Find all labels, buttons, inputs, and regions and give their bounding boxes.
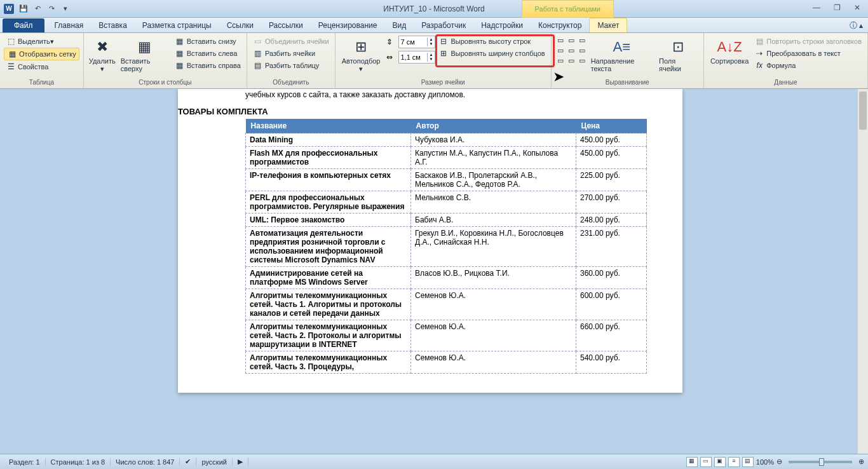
- cell-name[interactable]: Алгоритмы телекоммуникационных сетей. Ча…: [246, 320, 411, 351]
- zoom-level[interactable]: 100%: [756, 458, 774, 466]
- cell-price[interactable]: 360.00 руб.: [576, 267, 647, 289]
- zoom-slider[interactable]: [789, 461, 852, 463]
- cell-price[interactable]: 231.00 руб.: [576, 227, 647, 267]
- cell-author[interactable]: Грекул В.И., Коровкина Н.Л., Богословцев…: [411, 227, 576, 267]
- cell-price[interactable]: 450.00 руб.: [576, 133, 647, 147]
- zoom-in-button[interactable]: ⊕: [858, 458, 864, 466]
- col-width-input[interactable]: ▲▼: [398, 51, 436, 64]
- restore-icon[interactable]: ❐: [831, 3, 843, 15]
- align-mc[interactable]: ▭: [566, 46, 576, 55]
- cell-price[interactable]: 660.00 руб.: [576, 320, 647, 351]
- view-web[interactable]: ▣: [714, 457, 726, 467]
- table-row[interactable]: Алгоритмы телекоммуникационных сетей. Ча…: [246, 351, 647, 374]
- tab-view[interactable]: Вид: [384, 18, 414, 32]
- align-bl[interactable]: ▭: [555, 56, 566, 65]
- cell-price[interactable]: 450.00 руб.: [576, 147, 647, 169]
- align-bc[interactable]: ▭: [566, 56, 576, 65]
- status-macro-icon[interactable]: ▶: [233, 458, 248, 466]
- cell-price[interactable]: 540.00 руб.: [576, 351, 647, 374]
- cell-author[interactable]: Чубукова И.А.: [411, 133, 576, 147]
- cell-author[interactable]: Семенов Ю.А.: [411, 351, 576, 374]
- header-author[interactable]: Автор: [411, 119, 576, 133]
- tab-references[interactable]: Ссылки: [219, 18, 261, 32]
- properties-button[interactable]: ☰Свойства: [4, 61, 79, 72]
- header-name[interactable]: Название: [246, 119, 411, 133]
- cell-name[interactable]: Администрирование сетей на платформе MS …: [246, 267, 411, 289]
- cell-name[interactable]: Алгоритмы телекоммуникационных сетей. Ча…: [246, 289, 411, 320]
- minimize-icon[interactable]: —: [811, 3, 822, 15]
- view-outline[interactable]: ≡: [728, 457, 740, 467]
- zoom-slider-thumb[interactable]: [819, 458, 824, 466]
- select-button[interactable]: ⬚Выделить ▾: [4, 36, 79, 47]
- insert-above-button[interactable]: ▦Вставить сверху: [118, 36, 172, 74]
- tab-design[interactable]: Конструктор: [531, 18, 589, 32]
- align-ml[interactable]: ▭: [555, 46, 566, 55]
- cell-price[interactable]: 600.00 руб.: [576, 289, 647, 320]
- cell-author[interactable]: Капустин М.А., Капустин П.А., Копылова А…: [411, 147, 576, 169]
- sort-button[interactable]: A↓ZСортировка: [708, 36, 751, 66]
- status-page[interactable]: Страница: 1 из 8: [46, 458, 111, 466]
- document-page[interactable]: учебных курсов с сайта, а также заказать…: [178, 89, 682, 393]
- vertical-scrollbar[interactable]: [858, 89, 868, 454]
- delete-button[interactable]: ✖Удалить▾: [88, 36, 117, 74]
- split-table-button[interactable]: ▤Разбить таблицу: [251, 60, 331, 71]
- show-gridlines-button[interactable]: ▦Отобразить сетку: [4, 48, 79, 60]
- tab-addins[interactable]: Надстройки: [473, 18, 531, 32]
- status-words[interactable]: Число слов: 1 847: [111, 458, 180, 466]
- align-tr[interactable]: ▭: [577, 36, 587, 45]
- qat-customize-icon[interactable]: ▾: [60, 3, 71, 15]
- distribute-rows-button[interactable]: ⊟Выровнять высоту строк: [437, 36, 546, 47]
- cell-price[interactable]: 225.00 руб.: [576, 169, 647, 191]
- align-tl[interactable]: ▭: [555, 36, 566, 45]
- cell-author[interactable]: Мельников С.В.: [411, 191, 576, 214]
- table-row[interactable]: Flash MX для профессиональных программис…: [246, 147, 647, 169]
- status-proofing-icon[interactable]: ✔: [180, 458, 196, 466]
- insert-below-button[interactable]: ▦Вставить снизу: [173, 36, 243, 47]
- tab-mailings[interactable]: Рассылки: [261, 18, 311, 32]
- header-price[interactable]: Цена: [576, 119, 647, 133]
- tab-page-layout[interactable]: Разметка страницы: [135, 18, 219, 32]
- close-icon[interactable]: ✕: [851, 3, 863, 15]
- autofit-button[interactable]: ⊞Автоподбор▾: [339, 36, 383, 74]
- status-section[interactable]: Раздел: 1: [4, 458, 46, 466]
- table-header-row[interactable]: Название Автор Цена: [246, 119, 647, 133]
- align-mr[interactable]: ▭: [577, 46, 587, 55]
- align-br[interactable]: ▭: [577, 56, 587, 65]
- redo-icon[interactable]: ↷: [46, 3, 57, 15]
- cell-author[interactable]: Бабич А.В.: [411, 214, 576, 227]
- zoom-out-button[interactable]: ⊖: [776, 458, 782, 466]
- help-icon[interactable]: ⓘ ▴: [850, 20, 863, 31]
- table-row[interactable]: Администрирование сетей на платформе MS …: [246, 267, 647, 289]
- cell-price[interactable]: 270.00 руб.: [576, 191, 647, 214]
- cell-name[interactable]: Flash MX для профессиональных программис…: [246, 147, 411, 169]
- tab-file[interactable]: Файл: [3, 18, 44, 32]
- cell-margins-button[interactable]: ⊡Поля ячейки: [656, 36, 700, 74]
- status-language[interactable]: русский: [196, 458, 232, 466]
- cell-name[interactable]: UML: Первое знакомство: [246, 214, 411, 227]
- table-row[interactable]: IP-телефония в компьютерных сетяхБаскако…: [246, 169, 647, 191]
- save-icon[interactable]: 💾: [18, 3, 29, 15]
- view-print-layout[interactable]: ▦: [686, 457, 698, 467]
- cell-author[interactable]: Семенов Ю.А.: [411, 289, 576, 320]
- cell-name[interactable]: PERL для профессиональных программистов.…: [246, 191, 411, 214]
- table-row[interactable]: PERL для профессиональных программистов.…: [246, 191, 647, 214]
- cell-price[interactable]: 248.00 руб.: [576, 214, 647, 227]
- paragraph-text[interactable]: учебных курсов с сайта, а также заказать…: [178, 89, 682, 104]
- cell-author[interactable]: Власов Ю.В., Рицкова Т.И.: [411, 267, 576, 289]
- split-cells-button[interactable]: ▥Разбить ячейки: [251, 48, 331, 59]
- cell-name[interactable]: Автоматизация деятельности предприятия р…: [246, 227, 411, 267]
- insert-left-button[interactable]: ▦Вставить слева: [173, 48, 243, 59]
- table-row[interactable]: Data MiningЧубукова И.А.450.00 руб.: [246, 133, 647, 147]
- table-row[interactable]: Алгоритмы телекоммуникационных сетей. Ча…: [246, 320, 647, 351]
- cell-author[interactable]: Баскаков И.В., Пролетарский А.В., Мельни…: [411, 169, 576, 191]
- tab-home[interactable]: Главная: [47, 18, 92, 32]
- text-direction-button[interactable]: A≡Направление текста: [588, 36, 655, 74]
- cell-name[interactable]: Data Mining: [246, 133, 411, 147]
- convert-to-text-button[interactable]: ⇢Преобразовать в текст: [752, 48, 864, 59]
- row-height-input[interactable]: ▲▼: [398, 36, 436, 48]
- scrollbar-thumb[interactable]: [859, 92, 867, 130]
- tab-insert[interactable]: Вставка: [91, 18, 135, 32]
- cell-name[interactable]: IP-телефония в компьютерных сетях: [246, 169, 411, 191]
- tab-review[interactable]: Рецензирование: [311, 18, 385, 32]
- align-tc[interactable]: ▭: [566, 36, 576, 45]
